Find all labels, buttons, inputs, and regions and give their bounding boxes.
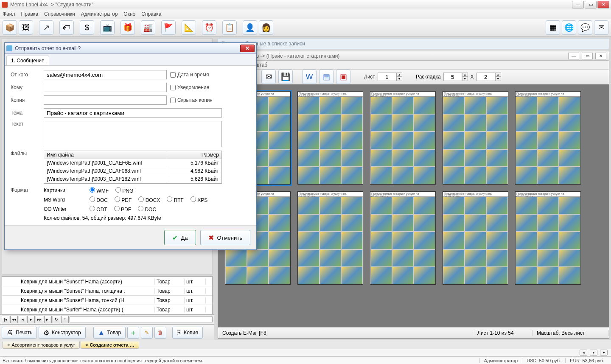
fmt-odt-radio[interactable]: ODT [90, 206, 107, 213]
doc-tab-assortment[interactable]: ×Ассортимент товаров и услуг [3, 342, 80, 349]
dialog-close-button[interactable]: ✕ [240, 45, 255, 52]
fmt-rtf-radio[interactable]: RTF [167, 196, 183, 203]
delete-button[interactable]: 🗑 [154, 327, 166, 339]
menu-file[interactable]: Файл [3, 11, 15, 17]
layout-cols-spinner[interactable]: ▲▼ [443, 73, 468, 81]
tool-gift[interactable]: 🎁 [121, 20, 135, 35]
body-textarea[interactable] [44, 121, 222, 147]
preview-page-area[interactable]: Предлагаемые товары и услуги на 01.01.20… [218, 84, 609, 327]
tool-tv[interactable]: 📺 [100, 20, 115, 35]
tool-user-f[interactable]: 👩 [259, 20, 273, 35]
item-button[interactable]: ▲Товар [93, 327, 126, 339]
bcc-checkbox[interactable]: Скрытая копия [170, 97, 213, 103]
fmt-docx-radio[interactable]: DOCX [138, 196, 160, 203]
preview-doc-icon[interactable]: ▤ [319, 70, 334, 84]
tabs-menu-button[interactable]: ▾ [600, 350, 608, 356]
fmt-xps-radio[interactable]: XPS [191, 196, 207, 203]
fmt-doc-radio[interactable]: DOC [90, 196, 108, 203]
tab-close-icon[interactable]: × [85, 342, 88, 347]
tool-box[interactable]: 📦 [3, 20, 17, 35]
notify-checkbox[interactable]: Уведомление [170, 84, 209, 90]
nav-first[interactable]: |◂ [2, 316, 9, 323]
edit-button[interactable]: ✎ [141, 327, 153, 339]
ok-button[interactable]: ✔Да [164, 230, 196, 245]
menu-refs[interactable]: Справочники [44, 11, 75, 17]
tabs-left-button[interactable]: ◂ [580, 350, 587, 356]
preview-pdf-icon[interactable]: ▣ [336, 70, 350, 84]
layout-rows-spinner[interactable]: ▲▼ [476, 73, 501, 81]
nav-prev-page[interactable]: ◂◂ [10, 316, 18, 323]
layout-rows-input[interactable] [476, 73, 495, 81]
tool-image[interactable]: 🖼 [19, 20, 33, 35]
preview-page-10[interactable]: Предлагаемые товары и услуги на 01.01.20… [515, 191, 581, 285]
preview-max-button[interactable]: ▭ [582, 53, 593, 59]
nav-next[interactable]: ▸ [27, 316, 35, 323]
files-table[interactable]: Имя файлаРазмер [WindowsTempPath]\0001_C… [44, 151, 222, 184]
preview-word-icon[interactable]: W [302, 70, 317, 84]
tool-chat[interactable]: 💬 [578, 20, 592, 35]
fmt-doc2-radio[interactable]: DOC [138, 206, 156, 213]
nav-next-page[interactable]: ▸▸ [36, 316, 43, 323]
sheet-down[interactable]: ▼ [396, 77, 402, 81]
tab-close-icon[interactable]: × [7, 342, 10, 347]
tool-tag[interactable]: 🏷 [59, 20, 74, 35]
cc-input[interactable] [44, 95, 167, 105]
tabs-right-button[interactable]: ▸ [590, 350, 597, 356]
menu-bar: Файл Правка Справочники Администратор Ок… [0, 9, 611, 19]
tool-money[interactable]: $ [80, 20, 94, 35]
tool-mail[interactable]: ✉ [594, 20, 608, 35]
preview-mail-icon[interactable]: ✉ [261, 70, 276, 84]
menu-admin[interactable]: Администратор [81, 11, 118, 17]
from-input[interactable] [44, 70, 167, 79]
subject-input[interactable] [44, 108, 222, 118]
fmt-pdf2-radio[interactable]: PDF [114, 206, 131, 213]
sheet-up[interactable]: ▲ [396, 73, 402, 77]
fmt-pdf-radio[interactable]: PDF [115, 196, 132, 203]
print-button[interactable]: 🖨Печать [2, 327, 37, 339]
tool-clock[interactable]: ⏰ [202, 20, 216, 35]
preview-page-7[interactable]: Предлагаемые товары и услуги на 01.01.20… [297, 191, 363, 285]
doc-tab-report[interactable]: ×Создание отчета … [81, 342, 139, 349]
nav-scrollbar[interactable] [70, 316, 213, 322]
nav-star[interactable]: * [61, 316, 69, 323]
tool-globe[interactable]: 🌐 [562, 20, 576, 35]
tool-arrow[interactable]: ↗ [39, 20, 53, 35]
menu-edit[interactable]: Правка [21, 11, 39, 17]
fmt-png-radio[interactable]: PNG [115, 187, 133, 194]
preview-page-5[interactable]: Предлагаемые товары и услуги на 01.01.20… [515, 91, 581, 185]
dialog-tab-message[interactable]: 1. Сообщение [6, 56, 49, 65]
tool-ruler[interactable]: 📐 [182, 20, 196, 35]
sheet-spinner[interactable]: ▲▼ [378, 73, 402, 81]
copy-button[interactable]: ⎘Копия [172, 327, 202, 339]
sheet-input[interactable] [378, 73, 396, 81]
fmt-wmf-radio[interactable]: WMF [90, 187, 109, 194]
tool-list[interactable]: 📋 [222, 20, 237, 35]
nav-prev[interactable]: ◂ [19, 316, 26, 323]
preview-page-3[interactable]: Предлагаемые товары и услуги на 01.01.20… [370, 91, 436, 185]
preview-page-8[interactable]: Предлагаемые товары и услуги на 01.01.20… [370, 191, 436, 285]
data-grid[interactable]: Коврик для мыши "Sunset" Hama (ассорти)Т… [2, 276, 213, 314]
builder-button[interactable]: ⚙Конструктор [39, 327, 85, 339]
preview-page-9[interactable]: Предлагаемые товары и услуги на 01.01.20… [443, 191, 508, 285]
add-button[interactable]: ＋ [127, 327, 139, 339]
nav-last[interactable]: ▸| [44, 316, 52, 323]
tool-user-m[interactable]: 👤 [243, 20, 257, 35]
preview-min-button[interactable]: — [568, 53, 579, 59]
nav-refresh[interactable]: ↻ [53, 316, 60, 323]
window-close-button[interactable]: ✕ [597, 1, 609, 8]
menu-window[interactable]: Окно [123, 11, 135, 17]
tool-stamp[interactable]: ▦ [546, 20, 560, 35]
preview-page-2[interactable]: Предлагаемые товары и услуги на 01.01.20… [297, 91, 363, 185]
window-maximize-button[interactable]: ▭ [585, 1, 597, 8]
preview-save-icon[interactable]: 💾 [278, 70, 293, 84]
menu-help[interactable]: Справка [141, 11, 161, 17]
preview-close-button[interactable]: ✕ [595, 53, 606, 59]
tool-factory[interactable]: 🏭 [141, 20, 155, 35]
to-input[interactable] [44, 83, 167, 92]
preview-page-4[interactable]: Предлагаемые товары и услуги на 01.01.20… [443, 91, 508, 185]
layout-cols-input[interactable] [443, 73, 462, 81]
tool-flag[interactable]: 🚩 [161, 20, 176, 35]
datetime-checkbox[interactable]: Дата и время [170, 72, 209, 78]
window-minimize-button[interactable]: — [572, 1, 584, 8]
cancel-button[interactable]: ✖Отменить [200, 230, 250, 245]
